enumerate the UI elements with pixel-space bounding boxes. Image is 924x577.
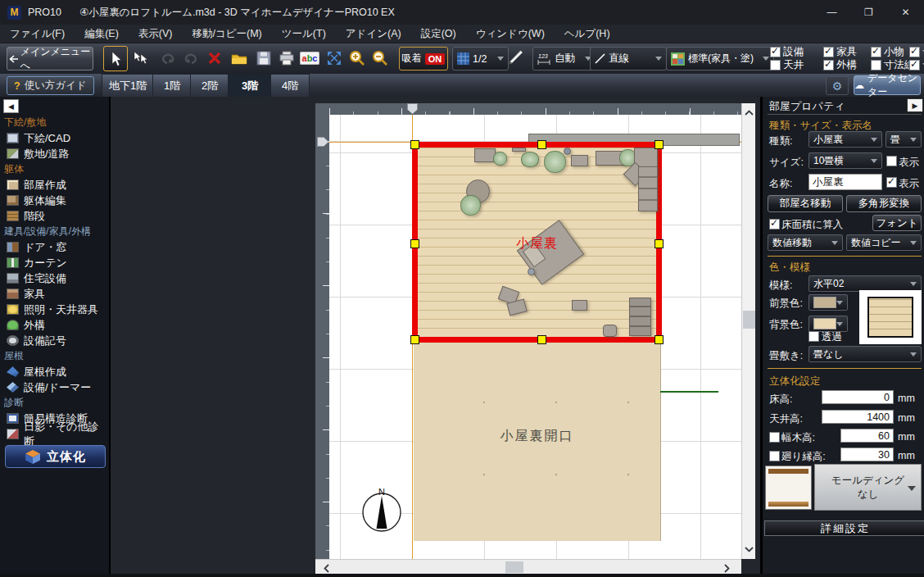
sidebar-item-room-create[interactable]: 部屋作成 — [0, 177, 109, 193]
drawing-paper[interactable]: 小屋裏開口 小屋裏 — [329, 115, 741, 559]
sidebar-item-equipment-symbol[interactable]: 設備記号 — [0, 333, 109, 348]
room-attic-selected[interactable]: 小屋裏 — [412, 142, 662, 343]
save-button[interactable] — [252, 46, 275, 70]
furniture-tall-cabinet[interactable] — [638, 166, 658, 211]
vertical-scroll-thumb[interactable] — [743, 311, 755, 329]
selection-handle[interactable] — [654, 239, 664, 248]
minimize-button[interactable]: — — [813, 0, 850, 25]
checkbox[interactable] — [909, 60, 920, 70]
menu-help[interactable]: ヘルプ(H) — [555, 25, 620, 43]
selection-handle[interactable] — [537, 140, 546, 149]
layer-toggle-ceiling[interactable]: 天井 — [770, 59, 804, 70]
sidebar-item-sketch-cad[interactable]: 下絵/CAD — [0, 130, 109, 146]
text-tool-button[interactable]: abc — [298, 46, 321, 70]
scroll-up-icon[interactable] — [745, 110, 754, 116]
tab-floor-1[interactable]: 1階 — [152, 74, 192, 97]
molding-dropdown[interactable]: モールディング なし — [814, 464, 922, 511]
polygon-convert-button[interactable]: 多角形変換 — [846, 195, 922, 212]
redo-button[interactable] — [179, 46, 202, 70]
layer-dropdown-2[interactable] — [909, 59, 924, 70]
sidebar-item-roof-create[interactable]: 屋根作成 — [0, 364, 109, 379]
crown-height-input[interactable] — [840, 448, 894, 461]
detail-settings-button[interactable]: 詳細設定 — [764, 520, 924, 536]
sidebar-item-lighting[interactable]: 照明・天井器具 — [0, 302, 109, 317]
selection-handle[interactable] — [410, 239, 419, 248]
menu-view[interactable]: 表示(V) — [129, 25, 183, 43]
plant-large[interactable] — [544, 151, 566, 173]
name-show-checkbox[interactable] — [886, 177, 897, 188]
measure-tool-button[interactable] — [505, 46, 528, 70]
pattern-dropdown[interactable]: 水平02 — [808, 275, 922, 292]
usage-guide-button[interactable]: ? 使い方ガイド — [7, 76, 94, 95]
layer-toggle-accessory[interactable]: 小物 — [871, 46, 915, 57]
furniture-stool[interactable] — [603, 325, 617, 337]
furniture-dot[interactable] — [528, 268, 535, 275]
sidebar-item-furniture[interactable]: 家具 — [0, 286, 109, 302]
checkbox[interactable] — [823, 47, 834, 57]
vertical-scrollbar[interactable] — [741, 103, 755, 559]
sidebar-item-roof-dormer[interactable]: 設備/ドーマー — [0, 379, 109, 395]
checkbox[interactable] — [770, 47, 781, 57]
fit-view-button[interactable] — [323, 46, 346, 70]
open-file-button[interactable] — [228, 46, 251, 70]
room-size-dropdown[interactable]: 10畳横 — [808, 152, 882, 169]
tatami-unit-dropdown[interactable]: 畳 — [886, 131, 922, 148]
foreground-color-dropdown[interactable] — [808, 294, 848, 311]
menu-window[interactable]: ウィンドウ(W) — [466, 25, 555, 43]
numeric-copy-dropdown[interactable]: 数値コピー — [846, 234, 922, 251]
furniture-appliance-stack[interactable] — [629, 298, 651, 336]
select-tool-button[interactable] — [103, 46, 128, 71]
size-show-checkbox[interactable] — [886, 156, 897, 166]
furniture-bed[interactable] — [517, 220, 584, 285]
checkbox[interactable] — [871, 47, 881, 57]
room-attic-opening[interactable]: 小屋裏開口 — [414, 342, 661, 541]
furniture-small-box[interactable] — [572, 300, 587, 311]
sidebar-item-home-equipment[interactable]: 住宅設備 — [0, 270, 109, 286]
baseboard-height-input[interactable] — [840, 429, 894, 443]
numeric-move-dropdown[interactable]: 数値移動 — [768, 234, 843, 251]
scroll-down-icon[interactable] — [745, 546, 754, 552]
layer-toggle-equipment[interactable]: 設備 — [770, 46, 804, 57]
sidebar-item-curtain[interactable]: カーテン — [0, 255, 109, 270]
print-button[interactable] — [275, 46, 298, 70]
baseboard-checkbox[interactable] — [769, 432, 780, 443]
menu-tools[interactable]: ツール(T) — [272, 25, 336, 43]
line-mode-dropdown[interactable]: 直線 — [590, 47, 667, 70]
menu-edit[interactable]: 編集(E) — [75, 25, 129, 43]
horizontal-scroll-thumb[interactable] — [505, 561, 523, 573]
scroll-left-icon[interactable] — [324, 564, 330, 573]
selection-handle[interactable] — [410, 335, 419, 344]
plant[interactable] — [460, 195, 481, 216]
tab-basement-1[interactable]: 地下1階 — [102, 74, 154, 97]
checkbox[interactable] — [823, 60, 834, 70]
tab-floor-2[interactable]: 2階 — [190, 74, 229, 97]
furniture-box[interactable] — [571, 155, 588, 166]
floor-height-input[interactable] — [822, 390, 894, 404]
layer-dropdown-1[interactable] — [909, 46, 924, 57]
sidebar-item-exterior[interactable]: 外構 — [0, 317, 109, 333]
furniture-bar[interactable] — [512, 148, 526, 152]
menu-settings[interactable]: 設定(O) — [411, 25, 466, 43]
snap-toggle-button[interactable]: 吸着 ON — [399, 47, 448, 70]
ceiling-height-input[interactable] — [822, 410, 894, 424]
font-button[interactable]: フォント — [872, 215, 922, 231]
scroll-right-icon[interactable] — [723, 564, 730, 573]
sidebar-item-shadow-diagnosis[interactable]: 日影・その他診断 — [0, 426, 109, 442]
layer-toggle-furniture[interactable]: 家具 — [823, 46, 857, 57]
room-type-dropdown[interactable]: 小屋裏 — [808, 131, 882, 148]
furniture-shelf[interactable] — [474, 148, 496, 162]
undo-button[interactable] — [156, 46, 179, 70]
checkbox[interactable] — [770, 60, 781, 70]
menu-file[interactable]: ファイル(F) — [0, 25, 75, 43]
zoom-out-button[interactable] — [369, 46, 392, 70]
floor-area-checkbox[interactable] — [769, 219, 780, 229]
sidebar-item-site-road[interactable]: 敷地/道路 — [0, 146, 109, 161]
furniture-knob[interactable] — [564, 148, 571, 155]
multi-select-tool-button[interactable] — [129, 46, 152, 70]
horizontal-scrollbar[interactable] — [315, 559, 741, 574]
room-name-input[interactable] — [808, 174, 882, 190]
move-room-name-button[interactable]: 部屋名移動 — [768, 195, 843, 212]
grid-scale-dropdown[interactable]: 1/2 — [452, 47, 509, 70]
main-menu-back-button[interactable]: メインメニューへ — [7, 47, 93, 70]
menu-addin[interactable]: アドイン(A) — [336, 25, 411, 43]
